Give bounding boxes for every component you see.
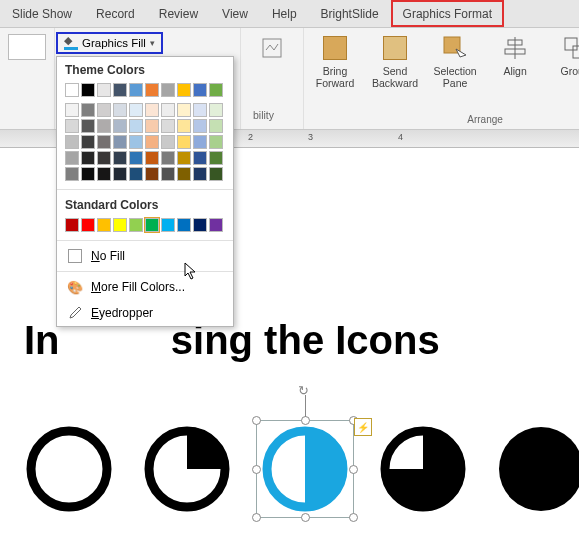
theme-shade-swatch[interactable] xyxy=(97,103,111,117)
slide-thumbnail[interactable] xyxy=(8,34,46,60)
eyedropper-item[interactable]: Eyedropper xyxy=(57,300,233,326)
theme-color-swatch[interactable] xyxy=(129,83,143,97)
theme-shade-swatch[interactable] xyxy=(113,135,127,149)
theme-color-swatch[interactable] xyxy=(81,83,95,97)
theme-color-swatch[interactable] xyxy=(113,83,127,97)
circle-icon-empty[interactable] xyxy=(24,424,114,514)
circle-icon-three-quarter[interactable] xyxy=(378,424,468,514)
theme-color-swatch[interactable] xyxy=(177,83,191,97)
theme-shade-swatch[interactable] xyxy=(113,151,127,165)
rotate-handle-icon[interactable]: ↻ xyxy=(298,383,312,397)
standard-color-swatch[interactable] xyxy=(209,218,223,232)
tab-slideshow[interactable]: Slide Show xyxy=(0,0,84,27)
more-fill-colors-item[interactable]: 🎨 More Fill Colors... xyxy=(57,274,233,300)
ruler-mark: 2 xyxy=(248,132,253,142)
theme-shade-swatch[interactable] xyxy=(97,167,111,181)
theme-shade-swatch[interactable] xyxy=(209,135,223,149)
theme-shade-swatch[interactable] xyxy=(65,151,79,165)
standard-color-swatch[interactable] xyxy=(177,218,191,232)
theme-shade-swatch[interactable] xyxy=(97,119,111,133)
theme-color-swatch[interactable] xyxy=(193,83,207,97)
theme-colors-heading: Theme Colors xyxy=(65,63,225,77)
send-backward-button[interactable]: Send Backward xyxy=(372,32,418,89)
tab-view[interactable]: View xyxy=(210,0,260,27)
theme-shade-swatch[interactable] xyxy=(209,151,223,165)
theme-shade-swatch[interactable] xyxy=(129,167,143,181)
standard-color-swatch[interactable] xyxy=(145,218,159,232)
theme-shade-swatch[interactable] xyxy=(145,167,159,181)
theme-shade-swatch[interactable] xyxy=(97,151,111,165)
theme-shade-swatch[interactable] xyxy=(161,119,175,133)
theme-shade-swatch[interactable] xyxy=(209,167,223,181)
theme-shade-swatch[interactable] xyxy=(161,167,175,181)
theme-shade-swatch[interactable] xyxy=(65,135,79,149)
theme-shade-swatch[interactable] xyxy=(65,119,79,133)
theme-shade-swatch[interactable] xyxy=(177,135,191,149)
theme-shade-swatch[interactable] xyxy=(129,103,143,117)
graphics-fill-button[interactable]: Graphics Fill ▾ xyxy=(56,32,163,54)
standard-colors-heading: Standard Colors xyxy=(65,198,225,212)
theme-shade-swatch[interactable] xyxy=(97,135,111,149)
theme-shade-swatch[interactable] xyxy=(65,103,79,117)
theme-shade-swatch[interactable] xyxy=(161,135,175,149)
standard-color-swatch[interactable] xyxy=(65,218,79,232)
tab-help[interactable]: Help xyxy=(260,0,309,27)
theme-shade-swatch[interactable] xyxy=(81,119,95,133)
theme-shade-swatch[interactable] xyxy=(177,119,191,133)
theme-shade-swatch[interactable] xyxy=(161,103,175,117)
theme-shade-swatch[interactable] xyxy=(193,103,207,117)
slide-thumbnail-pane xyxy=(0,28,55,129)
theme-shade-swatch[interactable] xyxy=(65,167,79,181)
theme-shade-swatch[interactable] xyxy=(209,103,223,117)
theme-shade-swatch[interactable] xyxy=(145,151,159,165)
theme-shade-swatch[interactable] xyxy=(113,103,127,117)
theme-shade-swatch[interactable] xyxy=(193,167,207,181)
unknown-ribbon-button[interactable] xyxy=(249,32,295,64)
theme-shade-swatch[interactable] xyxy=(193,151,207,165)
theme-shade-swatch[interactable] xyxy=(81,135,95,149)
standard-color-swatch[interactable] xyxy=(81,218,95,232)
standard-color-swatch[interactable] xyxy=(193,218,207,232)
group-button[interactable]: Group xyxy=(552,32,579,89)
tab-review[interactable]: Review xyxy=(147,0,210,27)
theme-shade-swatch[interactable] xyxy=(129,119,143,133)
theme-shade-swatch[interactable] xyxy=(177,103,191,117)
align-button[interactable]: Align xyxy=(492,32,538,89)
standard-color-swatch[interactable] xyxy=(97,218,111,232)
smart-tag-icon[interactable]: ⚡ xyxy=(354,418,372,436)
theme-shade-swatch[interactable] xyxy=(81,151,95,165)
tab-graphics-format[interactable]: Graphics Format xyxy=(391,0,504,27)
standard-color-swatch[interactable] xyxy=(113,218,127,232)
theme-shade-swatch[interactable] xyxy=(129,151,143,165)
theme-shade-swatch[interactable] xyxy=(113,167,127,181)
theme-shade-swatch[interactable] xyxy=(161,151,175,165)
theme-shade-swatch[interactable] xyxy=(81,167,95,181)
theme-shade-swatch[interactable] xyxy=(113,119,127,133)
theme-color-swatch[interactable] xyxy=(161,83,175,97)
standard-color-swatch[interactable] xyxy=(129,218,143,232)
tab-record[interactable]: Record xyxy=(84,0,147,27)
send-backward-icon xyxy=(383,36,407,60)
theme-shade-swatch[interactable] xyxy=(145,119,159,133)
theme-shade-swatch[interactable] xyxy=(193,119,207,133)
circle-icon-half-selected[interactable]: ↻ ⚡ xyxy=(260,424,350,514)
theme-shade-swatch[interactable] xyxy=(177,167,191,181)
theme-shade-swatch[interactable] xyxy=(145,135,159,149)
theme-shade-swatch[interactable] xyxy=(145,103,159,117)
selection-pane-button[interactable]: Selection Pane xyxy=(432,32,478,89)
theme-shade-swatch[interactable] xyxy=(81,103,95,117)
theme-shade-swatch[interactable] xyxy=(129,135,143,149)
theme-color-swatch[interactable] xyxy=(97,83,111,97)
standard-color-swatch[interactable] xyxy=(161,218,175,232)
tab-brightslide[interactable]: BrightSlide xyxy=(309,0,391,27)
theme-shade-swatch[interactable] xyxy=(209,119,223,133)
circle-icon-quarter[interactable] xyxy=(142,424,232,514)
theme-color-swatch[interactable] xyxy=(209,83,223,97)
theme-shade-swatch[interactable] xyxy=(177,151,191,165)
circle-icon-full[interactable] xyxy=(496,424,579,514)
theme-color-swatch[interactable] xyxy=(145,83,159,97)
theme-shade-swatch[interactable] xyxy=(193,135,207,149)
no-fill-item[interactable]: No Fill xyxy=(57,243,233,269)
theme-color-swatch[interactable] xyxy=(65,83,79,97)
bring-forward-button[interactable]: Bring Forward xyxy=(312,32,358,89)
